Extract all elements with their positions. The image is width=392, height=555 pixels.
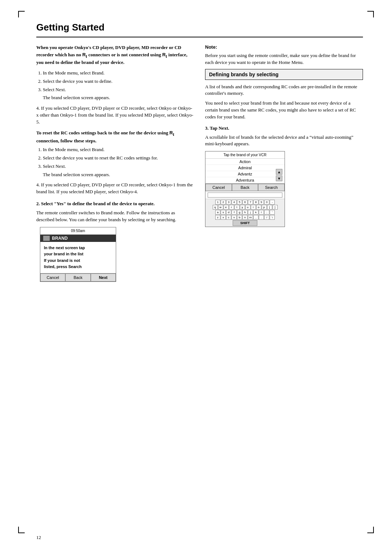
vcr-brand-admiral[interactable]: Admiral (205, 165, 285, 171)
key-z[interactable]: z (215, 215, 220, 220)
key-comma[interactable]: , (253, 215, 258, 220)
title-rule (36, 37, 363, 37)
vcr-screen-header: Tap the brand of your VCR (205, 151, 285, 159)
intro-bold-text: When you operate Onkyo's CD player, DVD … (36, 44, 194, 66)
vcr-search-button[interactable]: Search (258, 184, 285, 191)
key-quote[interactable]: ' (270, 210, 275, 215)
brand-screen-header: 09:50am (40, 227, 116, 235)
brand-next-button[interactable]: Next (91, 274, 116, 281)
key-0[interactable]: 0 (264, 200, 269, 204)
step3-header: 3. Tap Next. (205, 125, 363, 132)
key-i[interactable]: i (251, 205, 256, 210)
key-u[interactable]: u (245, 205, 250, 210)
key-p[interactable]: p (262, 205, 267, 210)
key-6[interactable]: 6 (242, 200, 248, 204)
reset-steps-list: In the Mode menu, select Brand. Select t… (43, 146, 194, 178)
corner-mark-tr (367, 11, 374, 17)
key-q[interactable]: q (213, 205, 218, 210)
key-o[interactable]: o (256, 205, 261, 210)
key-period[interactable]: . (259, 215, 264, 220)
vcr-action-buttons: Cancel Back Search (205, 183, 285, 191)
vcr-search-input[interactable] (208, 193, 282, 198)
step-2: Select the device you want to define. (43, 78, 194, 85)
key-8[interactable]: 8 (253, 200, 258, 204)
key-w[interactable]: w (218, 205, 223, 210)
step3-header-text: 3. Tap Next. (205, 125, 229, 131)
key-y[interactable]: y (240, 205, 245, 210)
vcr-brand-action[interactable]: Action (205, 159, 285, 165)
vcr-brand-adventura[interactable]: Adventura (205, 177, 285, 183)
page: Getting Started When you operate Onkyo's… (0, 0, 392, 555)
key-9[interactable]: 9 (259, 200, 264, 204)
brand-line3: If your brand is not (44, 258, 112, 264)
corner-mark-br (367, 527, 374, 533)
key-x[interactable]: x (221, 215, 226, 220)
key-c[interactable]: c (226, 215, 231, 220)
key-slash[interactable]: / (264, 215, 269, 220)
key-l[interactable]: l (259, 210, 264, 215)
scroll-down-button[interactable]: ▼ (276, 175, 282, 181)
brand-screen-buttons: Cancel Back Next (40, 273, 116, 281)
key-h[interactable]: h (242, 210, 248, 215)
vcr-screen-mock: Tap the brand of your VCR Action Admiral… (205, 151, 285, 227)
key-2[interactable]: 2 (221, 200, 226, 204)
vcr-cancel-button[interactable]: Cancel (205, 184, 232, 191)
key-v[interactable]: v (232, 215, 237, 220)
step3-desc: A scrollable list of brands for the sele… (205, 134, 363, 148)
key-g[interactable]: g (237, 210, 242, 215)
key-f[interactable]: f (232, 210, 237, 215)
key-1[interactable]: 1 (215, 200, 220, 204)
key-lbracket[interactable]: [ (267, 205, 272, 210)
key-4[interactable]: 4 (232, 200, 237, 204)
key-t[interactable]: t (234, 205, 240, 210)
key-dash[interactable]: - (270, 200, 275, 204)
key-s[interactable]: s (221, 210, 226, 215)
scroll-up-button[interactable]: ▲ (276, 169, 282, 175)
key-b[interactable]: b (237, 215, 242, 220)
step2-desc: The remote controller switches to Brand … (36, 210, 194, 223)
key-5[interactable]: 5 (237, 200, 242, 204)
key-r[interactable]: r (229, 205, 234, 210)
initial-steps-list: In the Mode menu, select Brand. Select t… (43, 70, 194, 101)
shift-button[interactable]: SHIFT (233, 220, 257, 226)
key-n[interactable]: n (242, 215, 248, 220)
vcr-brand-list: Action Admiral Advantz Adventura (205, 159, 285, 183)
note-text: Before you start using the remote contro… (205, 52, 363, 66)
key-k[interactable]: k (253, 210, 258, 215)
vcr-back-button[interactable]: Back (232, 184, 258, 191)
brand-screen-bar: BRAND (40, 235, 116, 242)
brand-line4: listed, press Search (44, 264, 112, 270)
key-rbracket[interactable]: ] (273, 205, 278, 210)
brand-back-button[interactable]: Back (65, 274, 90, 281)
vcr-scroll-buttons: ▲ ▼ (276, 169, 282, 181)
key-semicolon[interactable]: ; (264, 210, 269, 215)
reset-step-3: Select Next. The brand selection screen … (43, 163, 194, 178)
brand-screen-mock: 09:50am BRAND In the next screen tap you… (40, 227, 116, 282)
vcr-input-row (205, 191, 285, 199)
key-3[interactable]: 3 (226, 200, 231, 204)
key-backslash[interactable]: \ (270, 215, 275, 220)
reset-bold: To reset the RC codes settings back to t… (36, 129, 194, 144)
reset-step-1: In the Mode menu, select Brand. (43, 146, 194, 153)
step-1: In the Mode menu, select Brand. (43, 70, 194, 77)
brand-screen-time: 09:50am (71, 229, 85, 233)
vcr-brand-advantz[interactable]: Advantz (205, 171, 285, 177)
vcr-kb-row-qwerty: q w e r t y u i o p [ ] (207, 205, 283, 210)
key-e[interactable]: e (224, 205, 229, 210)
page-number: 12 (36, 535, 41, 540)
key-j[interactable]: j (248, 210, 253, 215)
step3-desc: The brand selection screen appears. (43, 94, 194, 101)
left-column: When you operate Onkyo's CD player, DVD … (36, 44, 194, 285)
key-7[interactable]: 7 (248, 200, 253, 204)
page-title: Getting Started (36, 22, 363, 33)
corner-mark-bl (18, 527, 25, 533)
brand-cancel-button[interactable]: Cancel (40, 274, 65, 281)
key-a[interactable]: a (215, 210, 220, 215)
right-column: Note: Before you start using the remote … (205, 44, 363, 285)
reset-step-2: Select the device you want to reset the … (43, 155, 194, 162)
key-m[interactable]: m (248, 215, 253, 220)
key-d[interactable]: d (226, 210, 231, 215)
vcr-kb-row-asdf: a s d f g h j k l ; ' (207, 210, 283, 215)
brand-screen-body: In the next screen tap your brand in the… (40, 242, 116, 273)
brand-label: BRAND (52, 236, 68, 241)
